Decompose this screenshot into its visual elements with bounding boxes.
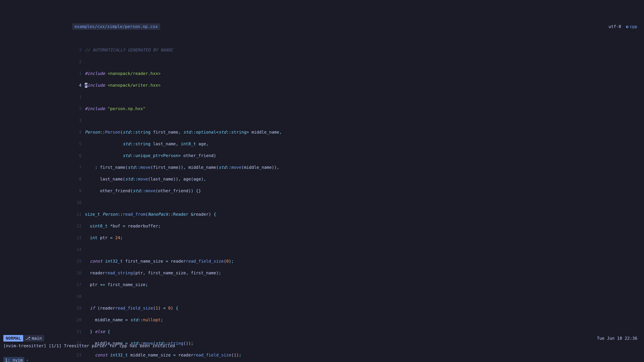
tmux-window-active[interactable]: 1: nvim [3, 357, 24, 362]
message-line: [nvim-treesitter] [1/1] Treesitter parse… [3, 343, 175, 349]
line-number: 9 [72, 188, 85, 194]
line-number: 21 [72, 329, 85, 335]
line-number: 14 [72, 247, 85, 252]
code-line: 16 readerread_string(ptr, first_name_siz… [72, 270, 644, 276]
code-line: 14 [72, 247, 644, 252]
line-number-current: 4 [72, 82, 85, 88]
code-text: int ptr = 24; [85, 235, 123, 241]
line-number: 5 [72, 141, 85, 147]
code-line: 6 std::unique_ptr<Person> other_friend) [72, 153, 644, 159]
code-line: 2 [72, 59, 644, 65]
tabline: examples/cxx/simple/person.np.cxx utf-8 … [0, 23, 644, 29]
code-line: 23 const int32_t middle_name_size = read… [72, 352, 644, 358]
tab-active[interactable]: examples/cxx/simple/person.np.cxx [72, 23, 160, 30]
code-line: 3// AUTOMATICALLY GENERATED BY NANOC [72, 47, 644, 53]
code-text: size_t Person::read_from(NanoPack::Reade… [85, 211, 216, 217]
code-line: 1 [72, 94, 644, 100]
tmux-new-window[interactable]: + [24, 357, 30, 362]
code-text: const int32_t first_name_size = readerre… [85, 258, 234, 264]
line-number: 17 [72, 282, 85, 288]
tabline-right: utf-8 ◐cpp [608, 24, 644, 29]
line-number: 18 [72, 294, 85, 299]
code-text: Person::Person(std::string first_name, s… [85, 129, 282, 135]
statusline: NORMAL ⎇main Tue Jun 18 22:36 [3, 335, 641, 341]
line-number: 12 [72, 223, 85, 229]
branch-icon: ⎇ [26, 335, 30, 341]
line-number: 10 [72, 200, 85, 205]
code-text: ptr += first_name_size; [85, 282, 148, 288]
code-line: 13 int ptr = 24; [72, 235, 644, 241]
git-branch: ⎇main [23, 335, 44, 342]
mode-indicator: NORMAL [3, 335, 23, 342]
code-line: 21 } else { [72, 329, 644, 335]
tmux-statusline: 1: nvim + [3, 357, 30, 362]
code-line: 2#include "person.np.hxx" [72, 106, 644, 112]
editor-area[interactable]: 3// AUTOMATICALLY GENERATED BY NANOC 2 1… [0, 41, 644, 362]
line-number: 11 [72, 211, 85, 217]
line-number: 13 [72, 235, 85, 241]
code-line-current: 4#include <nanopack/writer.hxx> [72, 82, 644, 88]
line-number: 2 [72, 106, 85, 112]
code-line: 17 ptr += first_name_size; [72, 282, 644, 288]
code-line: 10 [72, 200, 644, 205]
code-text: uint8_t *buf = readerbuffer; [85, 223, 161, 229]
code-text: last_name(std::move(last_name)), age(age… [85, 176, 206, 182]
line-number: 23 [72, 352, 85, 358]
code-text: } else { [85, 329, 110, 335]
code-text: readerread_string(ptr, first_name_size, … [85, 270, 221, 276]
code-line: 15 const int32_t first_name_size = reade… [72, 258, 644, 264]
code-text: if (readerread_field_size(1) < 0) { [85, 305, 178, 311]
code-line: 20 middle_name = std::nullopt; [72, 317, 644, 323]
line-number: 8 [72, 176, 85, 182]
code-line: 18 [72, 294, 644, 299]
code-line: 12 uint8_t *buf = readerbuffer; [72, 223, 644, 229]
branch-name: main [32, 335, 42, 341]
code-line: 3 [72, 117, 644, 123]
line-number: 6 [72, 153, 85, 159]
line-number: 15 [72, 258, 85, 264]
cursor: # [85, 83, 88, 88]
code-text: const int32_t middle_name_size = readerr… [85, 352, 241, 358]
code-text: middle_name = std::nullopt; [85, 317, 163, 323]
code-line: 1#include <nanopack/reader.hxx> [72, 70, 644, 76]
line-number: 1 [72, 70, 85, 76]
datetime: Tue Jun 18 22:36 [597, 335, 641, 341]
code-text: #include <nanopack/writer.hxx> [85, 82, 161, 88]
cpp-icon: ◐ [626, 24, 629, 29]
encoding-label: utf-8 [608, 24, 621, 29]
code-text: // AUTOMATICALLY GENERATED BY NANOC [85, 47, 173, 53]
code-text: #include <nanopack/reader.hxx> [85, 70, 161, 76]
code-text: std::unique_ptr<Person> other_friend) [85, 153, 216, 159]
line-number: 3 [72, 117, 85, 123]
line-number: 19 [72, 305, 85, 311]
code-line: 7 : first_name(std::move(first_name)), m… [72, 164, 644, 170]
code-line: 11size_t Person::read_from(NanoPack::Rea… [72, 211, 644, 217]
line-number: 1 [72, 94, 85, 100]
code-text: other_friend(std::move(other_friend)) {} [85, 188, 201, 194]
code-line: 19 if (readerread_field_size(1) < 0) { [72, 305, 644, 311]
code-line: 8 last_name(std::move(last_name)), age(a… [72, 176, 644, 182]
code-text: #include "person.np.hxx" [85, 106, 146, 112]
code-line: 5 std::string last_name, int8_t age, [72, 141, 644, 147]
line-number: 2 [72, 59, 85, 65]
line-number: 4 [72, 129, 85, 135]
filetype-label: cpp [630, 24, 637, 29]
line-number: 7 [72, 164, 85, 170]
filetype-indicator: ◐cpp [626, 24, 637, 29]
code-line: 4Person::Person(std::string first_name, … [72, 129, 644, 135]
line-number: 20 [72, 317, 85, 323]
line-number: 3 [72, 47, 85, 53]
code-line: 9 other_friend(std::move(other_friend)) … [72, 188, 644, 194]
code-text: std::string last_name, int8_t age, [85, 141, 209, 147]
line-number: 16 [72, 270, 85, 276]
code-text: : first_name(std::move(first_name)), mid… [85, 164, 279, 170]
